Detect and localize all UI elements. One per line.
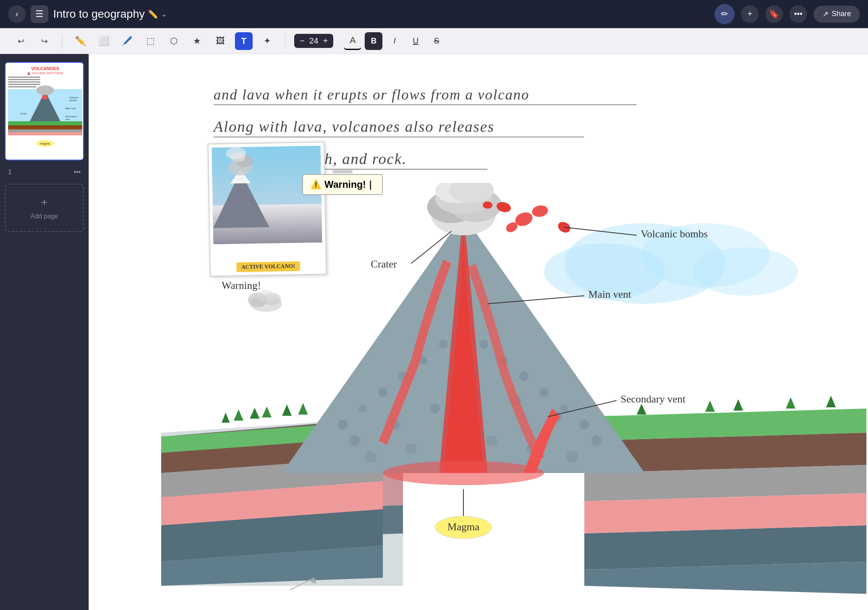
add-content-button[interactable]: + — [741, 5, 759, 23]
svg-text:Volcanic bombs: Volcanic bombs — [641, 228, 708, 240]
toolbar: ↩ ↪ ✏️ ⬜ 🖊️ ⬚ ⬡ ★ 🖼 T ✦ − 24 + A B I U S — [0, 28, 868, 54]
svg-point-66 — [349, 435, 360, 446]
svg-point-53 — [338, 420, 347, 429]
svg-rect-12 — [8, 132, 82, 135]
document-title: Intro to geography ✏️ ⌄ — [53, 8, 167, 21]
svg-text:vent: vent — [65, 118, 70, 120]
bold-button[interactable]: B — [365, 32, 382, 50]
svg-marker-94 — [250, 408, 260, 419]
font-size-value: 24 — [308, 36, 320, 46]
svg-marker-97 — [298, 403, 308, 415]
font-size-increase[interactable]: + — [323, 36, 328, 46]
svg-rect-3 — [8, 77, 40, 78]
svg-text:Main vent: Main vent — [65, 107, 76, 110]
svg-point-64 — [560, 405, 568, 413]
more-options-button[interactable]: ••• — [789, 5, 807, 23]
svg-text:Crater: Crater — [371, 258, 397, 270]
add-page-plus-icon: + — [41, 196, 48, 209]
history-group: ↩ ↪ — [12, 32, 53, 50]
svg-text:Magma: Magma — [40, 142, 50, 145]
svg-marker-102 — [826, 396, 836, 407]
toolbar-separator-2 — [285, 34, 285, 48]
svg-point-60 — [479, 340, 488, 349]
svg-text:VOLCANOES: VOLCANOES — [31, 66, 59, 71]
svg-marker-95 — [262, 407, 272, 417]
edit-title-icon[interactable]: ✏️ — [148, 9, 158, 19]
svg-text:Magma: Magma — [447, 521, 480, 533]
toolbar-separator-1 — [62, 34, 62, 48]
italic-button[interactable]: I — [386, 32, 403, 50]
canvas-text-line2: Along with lava, volcanoes also releases — [214, 118, 494, 135]
highlighter-tool[interactable]: 🖊️ — [118, 32, 136, 50]
main-area: VOLCANOES 🌋 VOLCANIC ERUPTIONS — [0, 54, 868, 610]
image-tool[interactable]: 🖼 — [212, 32, 229, 50]
sidebar: VOLCANOES 🌋 VOLCANIC ERUPTIONS — [0, 54, 89, 610]
bookmark-button[interactable]: 🔖 — [765, 5, 783, 23]
lasso-tool[interactable]: ⬚ — [141, 32, 159, 50]
notebook-icon[interactable]: ☰ — [31, 5, 48, 23]
svg-point-16 — [36, 85, 54, 95]
svg-text:Main vent: Main vent — [588, 288, 631, 300]
svg-text:Crater: Crater — [20, 112, 27, 115]
shape-select-tool[interactable]: ⬡ — [165, 32, 183, 50]
svg-rect-5 — [8, 81, 40, 83]
svg-point-58 — [439, 340, 448, 349]
pen-tool[interactable]: ✏️ — [71, 32, 89, 50]
page-number: 1 — [8, 168, 12, 176]
svg-point-74 — [405, 443, 417, 454]
svg-marker-96 — [282, 405, 292, 416]
underline-1 — [214, 104, 637, 105]
font-color-button[interactable]: A — [344, 32, 361, 50]
eraser-tool[interactable]: ⬜ — [95, 32, 112, 50]
svg-point-68 — [430, 404, 440, 413]
avatar-button[interactable]: ✏ — [714, 4, 735, 24]
svg-marker-93 — [234, 409, 243, 421]
page-thumbnail-1[interactable]: VOLCANOES 🌋 VOLCANIC ERUPTIONS — [5, 62, 84, 160]
share-button[interactable]: ↗ Share — [814, 6, 860, 23]
svg-rect-4 — [8, 79, 40, 80]
underline-2 — [214, 137, 584, 137]
strikethrough-button[interactable]: S — [428, 32, 445, 50]
header: ‹ ☰ Intro to geography ✏️ ⌄ ✏ + 🔖 ••• ↗ … — [0, 0, 868, 28]
svg-point-72 — [591, 436, 602, 446]
font-size-decrease[interactable]: − — [300, 36, 305, 46]
svg-point-39 — [693, 247, 798, 296]
header-left: ‹ ☰ Intro to geography ✏️ ⌄ — [8, 5, 708, 23]
back-button[interactable]: ‹ — [8, 5, 26, 23]
svg-text:bombs: bombs — [69, 99, 77, 102]
drag-handle — [332, 170, 353, 173]
text-format-group: A B I U S — [344, 32, 445, 50]
svg-text:Volcanic: Volcanic — [69, 96, 78, 99]
svg-point-62 — [519, 371, 529, 381]
svg-rect-6 — [8, 84, 40, 85]
svg-point-55 — [378, 388, 387, 397]
svg-point-88 — [531, 204, 549, 218]
page-number-row: 1 ••• — [5, 167, 84, 177]
svg-rect-7 — [8, 86, 36, 87]
undo-button[interactable]: ↩ — [12, 32, 30, 50]
drawing-tools-group: ✏️ ⬜ 🖊️ ⬚ ⬡ ★ 🖼 T ✦ — [71, 32, 276, 50]
svg-marker-99 — [705, 400, 715, 412]
svg-text:🌋 VOLCANIC ERUPTIONS: 🌋 VOLCANIC ERUPTIONS — [27, 71, 63, 75]
svg-text:Secondary: Secondary — [65, 115, 77, 118]
title-chevron-icon[interactable]: ⌄ — [161, 10, 167, 19]
star-tool[interactable]: ★ — [188, 32, 206, 50]
svg-marker-100 — [733, 399, 743, 411]
add-page-label: Add page — [31, 213, 58, 220]
svg-point-76 — [486, 435, 497, 446]
magic-tool[interactable]: ✦ — [258, 32, 276, 50]
underline-button[interactable]: U — [407, 32, 424, 50]
add-page-button[interactable]: + Add page — [5, 184, 84, 232]
svg-marker-98 — [637, 404, 646, 415]
redo-button[interactable]: ↪ — [35, 32, 53, 50]
svg-marker-101 — [786, 397, 795, 409]
canvas-area[interactable]: and lava when it erupts or flows from a … — [89, 54, 868, 610]
font-size-control: − 24 + — [294, 34, 333, 48]
svg-text:Secondary vent: Secondary vent — [621, 393, 686, 405]
page-more-icon[interactable]: ••• — [74, 168, 81, 176]
svg-point-54 — [359, 405, 367, 413]
canvas-text-line1: and lava when it erupts or flows from a … — [214, 86, 530, 103]
text-tool[interactable]: T — [235, 32, 253, 50]
svg-point-63 — [540, 388, 548, 397]
svg-marker-92 — [222, 413, 230, 423]
